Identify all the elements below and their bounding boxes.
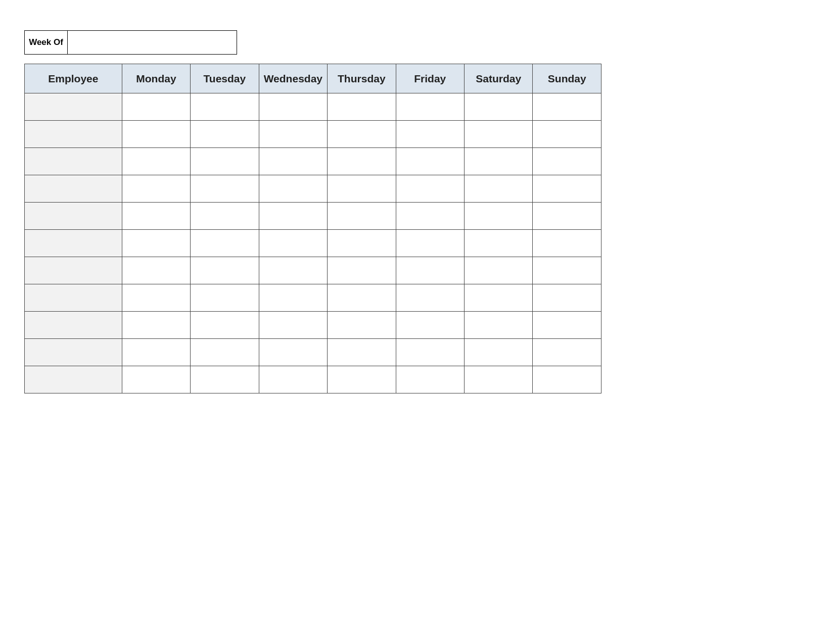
cell-day[interactable]	[396, 203, 464, 230]
cell-day[interactable]	[465, 230, 533, 257]
cell-day[interactable]	[328, 257, 396, 284]
cell-day[interactable]	[122, 148, 190, 175]
cell-day[interactable]	[191, 366, 259, 393]
cell-day[interactable]	[533, 312, 601, 339]
cell-day[interactable]	[396, 366, 464, 393]
cell-day[interactable]	[122, 230, 190, 257]
table-row	[25, 257, 601, 284]
cell-employee[interactable]	[25, 203, 122, 230]
schedule-page: Week Of Employee Monday Tuesday Wednesda…	[0, 0, 834, 393]
cell-day[interactable]	[191, 284, 259, 312]
cell-day[interactable]	[328, 203, 396, 230]
cell-day[interactable]	[533, 366, 601, 393]
week-of-row: Week Of	[24, 30, 810, 55]
cell-day[interactable]	[533, 148, 601, 175]
cell-employee[interactable]	[25, 148, 122, 175]
cell-day[interactable]	[191, 93, 259, 121]
cell-day[interactable]	[328, 284, 396, 312]
col-tuesday: Tuesday	[191, 64, 259, 93]
cell-employee[interactable]	[25, 175, 122, 203]
cell-day[interactable]	[259, 366, 327, 393]
cell-day[interactable]	[259, 121, 327, 148]
cell-day[interactable]	[122, 284, 190, 312]
cell-day[interactable]	[533, 175, 601, 203]
cell-day[interactable]	[191, 257, 259, 284]
cell-day[interactable]	[259, 284, 327, 312]
cell-day[interactable]	[191, 175, 259, 203]
cell-day[interactable]	[396, 339, 464, 366]
cell-employee[interactable]	[25, 121, 122, 148]
cell-day[interactable]	[122, 203, 190, 230]
cell-day[interactable]	[396, 93, 464, 121]
cell-day[interactable]	[396, 284, 464, 312]
cell-day[interactable]	[122, 93, 190, 121]
cell-day[interactable]	[328, 366, 396, 393]
cell-day[interactable]	[465, 257, 533, 284]
cell-day[interactable]	[191, 203, 259, 230]
cell-day[interactable]	[533, 257, 601, 284]
cell-day[interactable]	[396, 257, 464, 284]
cell-day[interactable]	[328, 339, 396, 366]
cell-day[interactable]	[259, 339, 327, 366]
table-row	[25, 339, 601, 366]
cell-day[interactable]	[191, 121, 259, 148]
cell-day[interactable]	[533, 203, 601, 230]
cell-employee[interactable]	[25, 284, 122, 312]
cell-day[interactable]	[396, 148, 464, 175]
cell-day[interactable]	[328, 148, 396, 175]
cell-day[interactable]	[328, 121, 396, 148]
cell-employee[interactable]	[25, 339, 122, 366]
cell-day[interactable]	[122, 175, 190, 203]
col-wednesday: Wednesday	[259, 64, 327, 93]
cell-day[interactable]	[259, 148, 327, 175]
cell-day[interactable]	[465, 312, 533, 339]
cell-day[interactable]	[465, 203, 533, 230]
cell-day[interactable]	[465, 339, 533, 366]
cell-day[interactable]	[533, 121, 601, 148]
cell-day[interactable]	[191, 230, 259, 257]
cell-day[interactable]	[533, 284, 601, 312]
table-row	[25, 93, 601, 121]
cell-day[interactable]	[465, 93, 533, 121]
cell-day[interactable]	[396, 121, 464, 148]
cell-day[interactable]	[122, 312, 190, 339]
cell-day[interactable]	[328, 230, 396, 257]
cell-employee[interactable]	[25, 230, 122, 257]
cell-day[interactable]	[465, 148, 533, 175]
cell-day[interactable]	[533, 230, 601, 257]
cell-day[interactable]	[396, 230, 464, 257]
cell-day[interactable]	[259, 175, 327, 203]
col-monday: Monday	[122, 64, 190, 93]
cell-day[interactable]	[122, 257, 190, 284]
table-row	[25, 366, 601, 393]
cell-day[interactable]	[465, 175, 533, 203]
cell-day[interactable]	[122, 339, 190, 366]
cell-day[interactable]	[259, 93, 327, 121]
cell-day[interactable]	[259, 203, 327, 230]
cell-day[interactable]	[259, 312, 327, 339]
cell-day[interactable]	[122, 366, 190, 393]
cell-day[interactable]	[465, 284, 533, 312]
cell-employee[interactable]	[25, 366, 122, 393]
cell-day[interactable]	[328, 93, 396, 121]
cell-day[interactable]	[191, 339, 259, 366]
cell-day[interactable]	[533, 93, 601, 121]
cell-day[interactable]	[122, 121, 190, 148]
cell-day[interactable]	[259, 257, 327, 284]
cell-employee[interactable]	[25, 312, 122, 339]
cell-employee[interactable]	[25, 257, 122, 284]
cell-day[interactable]	[396, 312, 464, 339]
cell-day[interactable]	[328, 312, 396, 339]
cell-day[interactable]	[533, 339, 601, 366]
cell-employee[interactable]	[25, 93, 122, 121]
cell-day[interactable]	[465, 366, 533, 393]
col-friday: Friday	[396, 64, 464, 93]
cell-day[interactable]	[191, 312, 259, 339]
cell-day[interactable]	[328, 175, 396, 203]
col-thursday: Thursday	[328, 64, 396, 93]
cell-day[interactable]	[396, 175, 464, 203]
week-of-input[interactable]	[68, 30, 237, 55]
cell-day[interactable]	[465, 121, 533, 148]
cell-day[interactable]	[191, 148, 259, 175]
cell-day[interactable]	[259, 230, 327, 257]
